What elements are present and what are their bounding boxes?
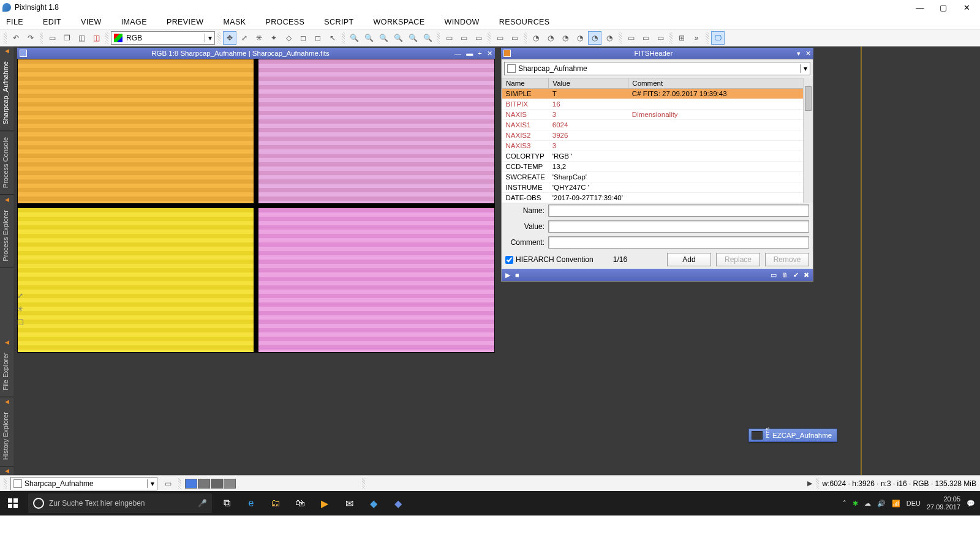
pan-tool-button[interactable]: ◇ [282, 31, 295, 45]
channel-combo[interactable]: RGB ▾ [111, 31, 215, 45]
zoomin-button[interactable]: 🔍 [347, 31, 361, 45]
clone-icon[interactable]: ❐ [17, 318, 24, 327]
scrollbar-thumb[interactable] [805, 86, 812, 111]
tray-sync-icon[interactable]: ✱ [853, 500, 858, 508]
side-tab-process-console[interactable]: Process Console [0, 131, 13, 195]
image-view[interactable] [17, 59, 495, 353]
menu-view[interactable]: VIEW [81, 18, 102, 26]
win2-button[interactable]: ▭ [508, 31, 521, 45]
hierarch-checkbox[interactable] [505, 256, 513, 264]
newinst-icon[interactable]: ▭ [771, 271, 777, 279]
table-row[interactable]: COLORTYP'RGB ' [502, 151, 813, 162]
col-comment[interactable]: Comment [628, 78, 813, 89]
chevron-down-icon[interactable]: ▾ [147, 479, 157, 488]
scrollbar[interactable] [803, 78, 813, 203]
newpreview-tool-button[interactable]: ◻ [311, 31, 325, 45]
reset-icon[interactable]: ✖ [804, 271, 809, 279]
menu-window[interactable]: WINDOW [445, 18, 480, 26]
crosshair-tool-button[interactable]: ✳ [252, 31, 266, 45]
table-row[interactable]: NAXIS33 [502, 141, 813, 151]
menu-resources[interactable]: RESOURCES [499, 18, 550, 26]
explorer-icon[interactable]: 🗂 [263, 491, 288, 515]
menu-preview[interactable]: PREVIEW [167, 18, 203, 26]
apply-icon[interactable]: ▶ [505, 271, 510, 279]
maximize-icon[interactable]: + [478, 50, 481, 57]
iconized-window[interactable]: FITS EZCAP_Aufnahme [748, 429, 837, 442]
layoutmore-button[interactable]: » [690, 31, 703, 45]
table-row[interactable]: SIMPLETC# FITS: 27.09.2017 19:39:43 [502, 89, 813, 99]
redo-button[interactable]: ↷ [24, 31, 37, 45]
center-tool-button[interactable]: ✦ [267, 31, 281, 45]
screen1-button[interactable]: ▭ [442, 31, 456, 45]
app1-icon[interactable]: ◆ [361, 491, 386, 515]
hist3-button[interactable]: ◔ [559, 31, 572, 45]
store-icon[interactable]: 🛍 [288, 491, 312, 515]
side-tab-image[interactable]: Sharpcap_Aufnahme [0, 55, 13, 131]
screen3-button[interactable]: ▭ [472, 31, 485, 45]
mail-icon[interactable]: ✉ [337, 491, 361, 515]
zoomopt-button[interactable]: 🔍 [406, 31, 420, 45]
move-tool-button[interactable]: ✥ [223, 31, 236, 45]
pin-button[interactable]: ▭ [161, 477, 175, 490]
menu-mask[interactable]: MASK [223, 18, 246, 26]
chevron-down-icon[interactable]: ▾ [800, 64, 810, 73]
chevron-down-icon[interactable]: ▾ [205, 34, 214, 42]
taskbar-search[interactable]: Zur Suche Text hier eingeben 🎤 [28, 493, 212, 513]
close-icon[interactable]: ✕ [487, 50, 492, 57]
table-row[interactable]: DATE-OBS'2017-09-27T17:39:40' [502, 193, 813, 203]
value-input[interactable] [548, 220, 809, 233]
close-icon[interactable]: ✕ [805, 50, 811, 57]
table-row[interactable]: SWCREATE'SharpCap' [502, 172, 813, 182]
sidebar-handle-icon[interactable]: ◀ [0, 397, 13, 406]
maskshow-button[interactable]: ▭ [624, 31, 638, 45]
hist4-button[interactable]: ◔ [573, 31, 587, 45]
cascade-button[interactable]: ◫ [89, 31, 103, 45]
undo-button[interactable]: ↶ [9, 31, 23, 45]
layout1-button[interactable]: ⊞ [675, 31, 688, 45]
sidebar-handle-icon[interactable]: ◀ [0, 467, 13, 475]
hist1-button[interactable]: ◔ [529, 31, 543, 45]
menu-edit[interactable]: EDIT [43, 18, 61, 26]
zoomfit-button[interactable]: 🔍 [391, 31, 405, 45]
zoomout-button[interactable]: 🔍 [362, 31, 375, 45]
menu-workspace[interactable]: WORKSPACE [374, 18, 425, 26]
col-value[interactable]: Value [549, 78, 628, 89]
sidebar-handle-icon[interactable]: ◀ [0, 47, 13, 55]
sidebar-handle-icon[interactable]: ◀ [0, 195, 13, 204]
fits-titlebar[interactable]: FITSHeader ▾ ✕ [501, 48, 813, 59]
comment-input[interactable] [548, 236, 809, 249]
pixinsight-task-icon[interactable]: ◆ [386, 491, 410, 515]
start-button[interactable] [0, 491, 26, 515]
workspace-divider[interactable] [861, 47, 862, 475]
window-close-button[interactable]: ✕ [959, 3, 974, 12]
window-minimize-button[interactable]: — [913, 3, 927, 12]
zoom11-button[interactable]: 🔍 [377, 31, 390, 45]
fit-tool-button[interactable]: ⤢ [238, 31, 251, 45]
taskview-icon[interactable]: ⧉ [214, 491, 239, 515]
status-view-combo[interactable]: Sharpcap_Aufnahme ▾ [10, 477, 157, 490]
fits-view-combo[interactable]: Sharpcap_Aufnahme ▾ [504, 62, 810, 75]
monitor-button[interactable]: 🖵 [711, 31, 725, 45]
side-tab-process-explorer[interactable]: Process Explorer [0, 204, 13, 268]
tray-chevron-icon[interactable]: ˄ [843, 500, 846, 508]
tray-notifications-icon[interactable]: 💬 [967, 500, 975, 508]
fit-icon[interactable]: ⤢ [17, 291, 23, 300]
zoomreset-button[interactable]: 🔍 [421, 31, 434, 45]
table-row[interactable]: NAXIS23926 [502, 130, 813, 141]
shade-icon[interactable]: ▬ [466, 50, 473, 57]
hist5-button[interactable]: ◔ [603, 31, 616, 45]
play-icon[interactable]: ▶ [807, 479, 812, 487]
menu-process[interactable]: PROCESS [265, 18, 304, 26]
pointer-tool-button[interactable]: ↖ [326, 31, 339, 45]
tile-button[interactable]: ◫ [75, 31, 88, 45]
table-row[interactable]: CCD-TEMP13,2 [502, 162, 813, 172]
table-row[interactable]: INSTRUME'QHY247C ' [502, 182, 813, 193]
menu-file[interactable]: FILE [6, 18, 23, 26]
histactive-button[interactable]: ◔ [588, 31, 601, 45]
menu-image[interactable]: IMAGE [121, 18, 147, 26]
side-tab-file-explorer[interactable]: File Explorer [0, 347, 13, 397]
applyglobal-icon[interactable]: ■ [515, 271, 519, 279]
maskinv-button[interactable]: ▭ [639, 31, 652, 45]
menu-script[interactable]: SCRIPT [324, 18, 353, 26]
media-icon[interactable]: ▶ [312, 491, 337, 515]
